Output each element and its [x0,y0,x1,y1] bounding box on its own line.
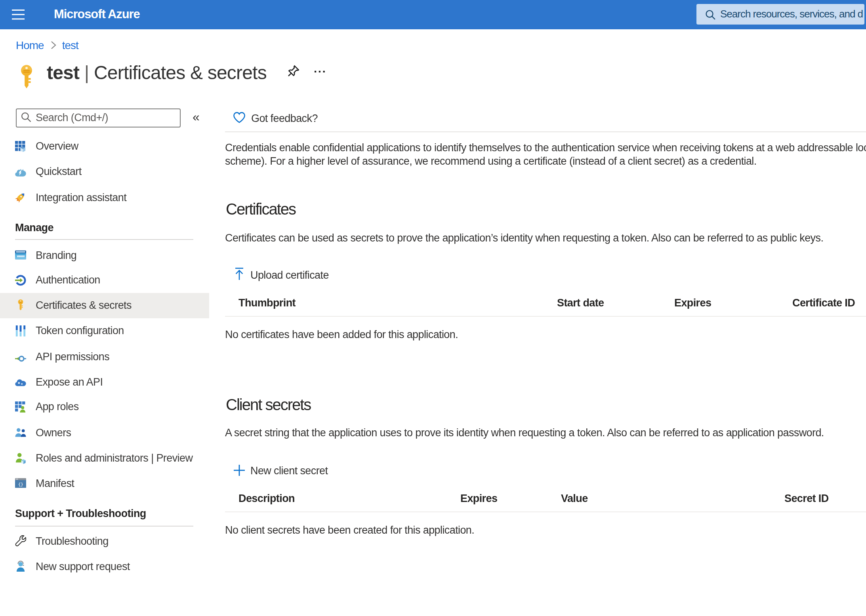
svg-text:{ }: { } [18,482,23,487]
svg-text:www: www [16,254,25,258]
